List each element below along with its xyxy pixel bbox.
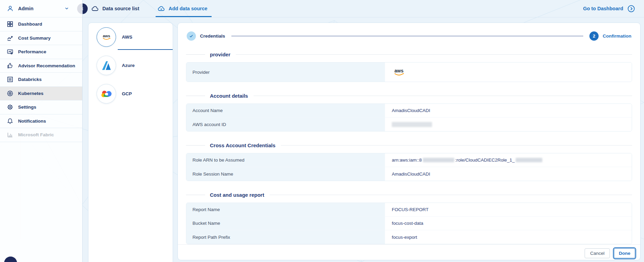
sidebar-item-icon bbox=[7, 76, 13, 83]
step-number-circle: 2 bbox=[589, 31, 599, 41]
tab-icon bbox=[91, 5, 99, 12]
sidebar-item-icon bbox=[7, 90, 13, 97]
provider-option-label: Azure bbox=[122, 63, 135, 68]
provider-logo-icon bbox=[101, 60, 112, 71]
sidebar-item-label: Settings bbox=[18, 105, 36, 110]
cancel-button[interactable]: Cancel bbox=[585, 248, 610, 258]
arn-text: arn:aws:iam::8 bbox=[392, 157, 422, 163]
tab[interactable]: Add data source bbox=[156, 0, 209, 17]
content-area: aws AWS Azure GCP Credentials bbox=[83, 17, 644, 262]
sidebar-item[interactable]: Notifications bbox=[0, 114, 82, 128]
field-value: FOCUS-REPORT bbox=[385, 203, 632, 216]
sidebar-item[interactable]: Advisor Recommendation bbox=[0, 59, 82, 73]
provider-option-label: AWS bbox=[122, 35, 132, 40]
form-section: Cross Account Credentials Role ARN to be… bbox=[186, 142, 632, 181]
section-header: Cost and usage report bbox=[186, 192, 632, 198]
sidebar-item[interactable]: Dashboard bbox=[0, 17, 82, 31]
form-section: Cost and usage report Report Name FOCUS-… bbox=[186, 192, 632, 244]
step-confirmation: 2 Confirmation bbox=[589, 31, 631, 41]
tab[interactable]: Data source list bbox=[90, 0, 141, 17]
section-title: provider bbox=[210, 52, 230, 57]
field-value: focus-cost-data bbox=[385, 217, 632, 230]
sidebar-item[interactable]: Microsoft Fabric bbox=[0, 128, 82, 142]
section-divider bbox=[270, 195, 632, 195]
topbar: Data source list Add data source Go to D… bbox=[83, 0, 644, 17]
field-label: Role Session Name bbox=[186, 167, 385, 181]
sidebar-item-label: Kubernetes bbox=[18, 91, 43, 96]
sidebar-item-label: Advisor Recommendation bbox=[18, 63, 75, 68]
sidebar-item[interactable]: Settings bbox=[0, 100, 82, 114]
svg-text:aws: aws bbox=[103, 34, 110, 38]
check-icon bbox=[189, 33, 194, 39]
form-row: AWS account ID bbox=[186, 118, 632, 131]
sidebar-item[interactable]: Databricks bbox=[0, 73, 82, 87]
arrow-right-circle-icon bbox=[627, 5, 635, 13]
stepper: Credentials 2 Confirmation bbox=[178, 23, 640, 41]
section-header: Account details bbox=[186, 93, 632, 99]
aws-provider-logo: aws bbox=[392, 67, 406, 77]
section-divider bbox=[236, 54, 632, 55]
redacted-value bbox=[392, 122, 432, 127]
confirmation-panel: Credentials 2 Confirmation provider Prov… bbox=[177, 23, 641, 260]
sidebar-item-label: Databricks bbox=[18, 77, 42, 82]
field-label: Report Name bbox=[186, 203, 385, 216]
form-row: Role Session Name AmadisCloudCADI bbox=[186, 167, 632, 181]
field-label: Role ARN to be Assumed bbox=[186, 153, 385, 167]
form-row: Report Name FOCUS-REPORT bbox=[186, 203, 632, 217]
sidebar-item-label: Notifications bbox=[18, 119, 46, 124]
tab-label: Add data source bbox=[169, 6, 207, 11]
form-row: Report Path Prefix focus-export bbox=[186, 230, 632, 244]
provider-option[interactable]: Azure bbox=[88, 51, 173, 80]
sidebar-item-icon bbox=[7, 35, 13, 41]
sidebar-item-icon bbox=[7, 21, 13, 27]
go-to-dashboard-label: Go to Dashboard bbox=[583, 6, 623, 11]
form-row: Account Name AmadisCloudCADI bbox=[186, 104, 632, 118]
sidebar-item[interactable]: Kubernetes bbox=[0, 87, 82, 101]
provider-option-label: GCP bbox=[122, 91, 132, 96]
form-row: Bucket Name focus-cost-data bbox=[186, 217, 632, 230]
provider-logo-circle: aws bbox=[97, 27, 116, 47]
tab-icon bbox=[158, 5, 165, 12]
sidebar-item-icon bbox=[7, 49, 13, 55]
app-window: Admin Dashboard Cost Summary Performance… bbox=[0, 0, 644, 262]
admin-label: Admin bbox=[18, 6, 33, 11]
section-rows: Account Name AmadisCloudCADI AWS account… bbox=[186, 104, 632, 132]
done-button[interactable]: Done bbox=[614, 248, 635, 258]
sidebar-menu: Dashboard Cost Summary Performance Advis… bbox=[0, 17, 82, 142]
field-label: Bucket Name bbox=[186, 217, 385, 230]
provider-option[interactable]: aws AWS bbox=[88, 23, 173, 51]
sidebar-item-icon bbox=[7, 63, 13, 69]
section-rows: Provider aws bbox=[186, 62, 632, 82]
sidebar-item-label: Dashboard bbox=[18, 22, 42, 27]
form-sections: provider Provider aws Account details Ac… bbox=[178, 41, 640, 244]
field-value: arn:aws:iam::8:role/CloudCADIEC2Role_1_ bbox=[385, 153, 632, 167]
form-row: Provider aws bbox=[186, 63, 632, 82]
provider-logo-circle bbox=[97, 84, 116, 104]
user-icon bbox=[7, 5, 14, 12]
provider-option[interactable]: GCP bbox=[88, 80, 173, 108]
provider-panel: aws AWS Azure GCP bbox=[88, 23, 173, 262]
redacted-value bbox=[423, 158, 454, 162]
sidebar-item[interactable]: Cost Summary bbox=[0, 31, 82, 45]
field-label: Report Path Prefix bbox=[186, 230, 385, 244]
section-divider bbox=[254, 96, 632, 96]
go-to-dashboard-link[interactable]: Go to Dashboard bbox=[583, 5, 635, 13]
section-divider bbox=[281, 145, 632, 146]
admin-menu[interactable]: Admin bbox=[0, 0, 82, 17]
provider-logo-circle bbox=[97, 56, 116, 75]
section-title: Cost and usage report bbox=[210, 192, 264, 198]
section-rows: Role ARN to be Assumed arn:aws:iam::8:ro… bbox=[186, 153, 632, 181]
section-title: Account details bbox=[210, 93, 248, 99]
field-value: AmadisCloudCADI bbox=[385, 167, 632, 181]
sidebar-item[interactable]: Performance bbox=[0, 45, 82, 59]
field-value: AmadisCloudCADI bbox=[385, 104, 632, 117]
field-value: focus-export bbox=[385, 230, 632, 244]
form-section: Account details Account Name AmadisCloud… bbox=[186, 93, 632, 132]
sidebar-item-icon bbox=[7, 104, 13, 110]
section-divider bbox=[186, 145, 205, 146]
section-rows: Report Name FOCUS-REPORT Bucket Name foc… bbox=[186, 203, 632, 244]
field-label: Provider bbox=[186, 63, 385, 82]
step-label: Credentials bbox=[200, 33, 225, 39]
sidebar-item-label: Cost Summary bbox=[18, 36, 51, 41]
form-section: provider Provider aws bbox=[186, 52, 632, 82]
